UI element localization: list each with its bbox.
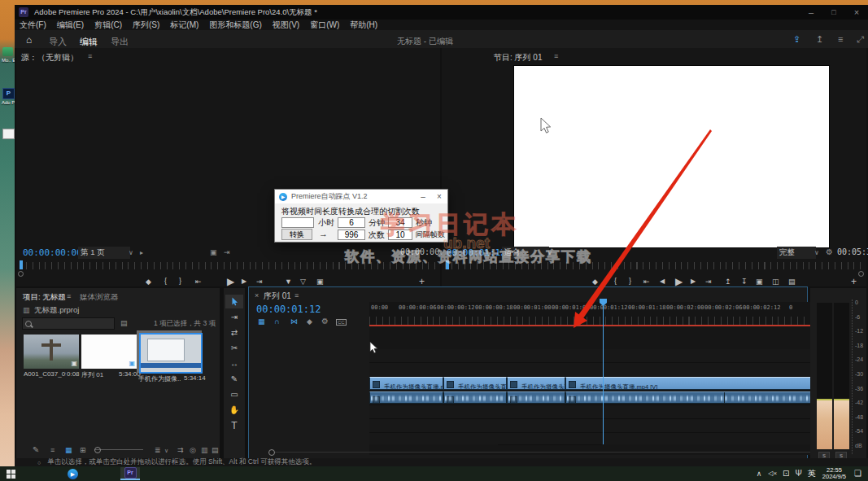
program-go-to-out-icon[interactable]: ⇥ [705,278,712,286]
program-button-editor-icon[interactable]: + [851,277,857,286]
program-panel-menu-icon[interactable]: ≡ [554,53,558,60]
tab-export[interactable]: 导出 [111,36,129,48]
list-view-icon[interactable]: ≡ [50,447,55,454]
desktop-icon-app1[interactable] [2,47,13,56]
readonly-pencil-icon[interactable]: ✎ [33,446,39,454]
search-input[interactable] [22,317,115,330]
track-lane-a2[interactable] [369,405,817,419]
source-timecode[interactable]: 00:00:00:00 [23,247,82,258]
program-play-icon[interactable]: ▶ [675,277,683,286]
program-quality-select[interactable]: 完整 [777,247,816,259]
project-item-photo[interactable]: ▣ [24,335,79,369]
source-go-to-out-icon[interactable]: ⇥ [256,278,263,286]
dialog-title-bar[interactable]: ▶ Premiere自动踩点 V1.2 – × [275,190,447,203]
program-monitor-tab[interactable]: 节目: 序列 01 [494,52,542,63]
source-mark-in-icon[interactable]: { [164,278,167,285]
tool-track-select[interactable]: ⇥ [225,310,243,324]
source-scroll-handle-left[interactable] [18,271,24,277]
source-page-dropdown-icon[interactable]: ∨ [129,250,133,256]
workspaces-icon[interactable]: ≡ [838,35,843,44]
menu-graphics[interactable]: 图形和标题(G) [209,20,261,31]
source-drag-video-icon[interactable]: ▣ [210,249,217,256]
tool-type[interactable]: T [225,418,243,432]
track-lane-mix[interactable] [369,433,817,444]
maximize-button[interactable]: □ [822,9,845,16]
ime-indicator[interactable]: 英 [808,468,816,479]
linked-selection-icon[interactable]: ⋈ [290,318,298,326]
program-zoom-dropdown-icon[interactable]: ∨ [547,250,552,256]
hscroll-track[interactable] [275,452,812,453]
source-monitor-tab[interactable]: 源：（无剪辑） [21,52,78,63]
hours-input[interactable] [281,217,314,228]
taskbar-beat-app-icon[interactable]: ▶ [68,469,78,479]
snap-icon[interactable]: ∩ [274,318,279,326]
minutes-input[interactable] [338,217,365,228]
menu-view[interactable]: 视图(V) [273,20,299,31]
track-lane-v3[interactable] [369,349,817,363]
project-file-name[interactable]: 无标题.prproj [34,305,79,316]
fullscreen-icon[interactable]: ⤢ [857,35,864,44]
sort-dropdown-icon[interactable]: ∨ [164,448,168,453]
program-step-forward-icon[interactable]: ▶ [691,278,696,285]
timeline-settings-wrench-icon[interactable]: ⚙ [321,317,329,326]
captions-icon[interactable]: CC [336,319,347,326]
source-play-icon[interactable]: ▶ [227,277,234,286]
source-insert-icon[interactable]: ▼ [285,278,292,286]
automate-to-sequence-icon[interactable]: ⇉ [177,447,184,454]
convert-button[interactable]: 转换 [281,229,312,240]
source-add-marker-icon[interactable]: ◆ [146,278,151,286]
project-item-photo-name[interactable]: A001_C037_0921PG_.. [24,370,66,378]
dialog-minimize-button[interactable]: – [415,192,431,201]
source-playhead[interactable] [20,260,23,269]
tool-ripple-edit[interactable]: ⇄ [225,326,243,339]
program-extract-icon[interactable]: ↧ [741,278,748,286]
video-clip-3[interactable]: 手机作为摄像头直播.mp [507,377,565,390]
freeform-view-icon[interactable]: ⊞ [80,447,86,454]
home-icon[interactable]: ⌂ [26,35,32,45]
source-overwrite-icon[interactable]: ▽ [300,278,306,286]
track-lane-v2[interactable] [369,363,817,377]
media-browser-tab[interactable]: 媒体浏览器 [80,292,119,303]
timeline-tab-close-icon[interactable]: × [255,292,259,300]
tray-mic-icon[interactable]: Ψ [795,470,801,478]
program-settings-wrench-icon[interactable]: ⚙ [826,248,833,256]
source-page-flyout-icon[interactable]: ▸ [140,250,143,256]
volume-muted-icon[interactable]: ◁× [768,470,777,477]
source-button-editor-icon[interactable]: + [419,277,425,286]
source-page-select[interactable]: 第 1 页 [78,247,130,259]
timeline-tab[interactable]: 序列 01 [264,291,291,302]
tool-selection[interactable] [225,295,243,308]
program-scroll-handle-right[interactable] [858,271,864,277]
timeline-marker-icon[interactable]: ◆ [307,318,312,326]
zoom-slider[interactable] [94,449,143,450]
program-add-marker-icon[interactable]: ◆ [592,278,598,286]
project-tab[interactable]: 项目: 无标题 [23,292,66,303]
project-item-video-selected[interactable] [137,330,202,373]
menu-edit[interactable]: 编辑(E) [57,20,84,31]
program-step-back-icon[interactable]: ◀ [660,278,665,285]
source-mark-out-icon[interactable]: } [179,278,181,285]
desktop-icon-file[interactable] [2,129,15,139]
audio-clip-1[interactable] [369,391,443,404]
program-go-to-in-icon[interactable]: ⇤ [643,278,650,286]
program-ruler[interactable] [445,262,861,269]
project-item-video-name[interactable]: 手机作为摄像... [138,374,181,383]
video-clip-2[interactable]: 手机作为摄像头直播.mp [443,377,507,390]
timeline-ruler[interactable]: 00:00 00:00:00:06 00:00:00:12 00:00:00:1… [369,302,817,325]
source-drag-audio-icon[interactable]: ⇥ [224,249,230,256]
program-mark-in-icon[interactable]: { [614,278,617,285]
timeline-timecode[interactable]: 00:00:01:12 [256,304,321,315]
program-zoom-select[interactable]: 适合 [502,247,549,259]
menu-sequence[interactable]: 序列(S) [133,20,159,31]
project-item-sequence[interactable]: ▣ [81,335,137,369]
tool-rectangle[interactable]: ▭ [225,387,243,401]
taskbar-premiere-icon[interactable]: Pr [120,467,140,480]
menu-clip[interactable]: 剪辑(C) [94,20,122,31]
nest-toggle-icon[interactable]: ▦ [258,318,265,326]
zoom-slider-knob[interactable] [94,447,101,453]
program-timecode[interactable]: 00:00:01:12 [447,247,506,258]
share-icon[interactable]: ↥ [816,35,823,44]
find-icon[interactable]: ◎ [190,447,196,454]
program-multicam-icon[interactable]: ▤ [788,278,796,286]
clock[interactable]: 22:55 2024/9/5 [822,467,846,480]
